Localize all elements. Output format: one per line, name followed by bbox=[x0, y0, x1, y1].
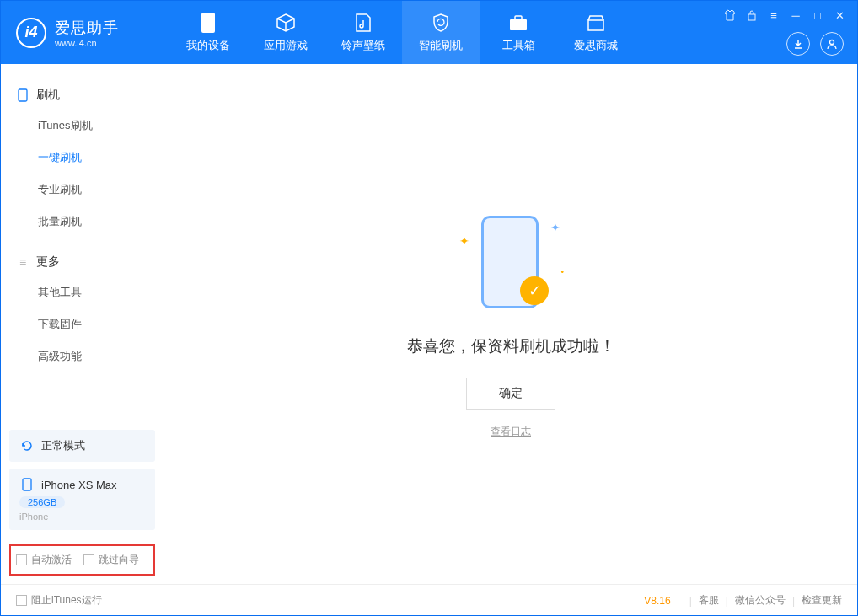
device-storage-badge: 256GB bbox=[19, 496, 65, 508]
shirt-icon[interactable] bbox=[722, 8, 737, 23]
mode-label: 正常模式 bbox=[41, 438, 85, 453]
sidebar-item-itunes-flash[interactable]: iTunes刷机 bbox=[16, 110, 148, 142]
lock-icon[interactable] bbox=[744, 8, 759, 23]
phone-icon bbox=[16, 88, 29, 102]
tab-toolbox[interactable]: 工具箱 bbox=[480, 1, 557, 64]
success-message: 恭喜您，保资料刷机成功啦！ bbox=[407, 335, 615, 357]
device-name: iPhone XS Max bbox=[41, 479, 117, 491]
sidebar-group-title: 刷机 bbox=[36, 88, 60, 103]
svg-rect-7 bbox=[23, 479, 31, 490]
tab-label: 爱思商城 bbox=[574, 38, 618, 53]
svg-rect-4 bbox=[748, 14, 755, 20]
tab-my-device[interactable]: 我的设备 bbox=[169, 1, 247, 64]
sidebar-item-pro-flash[interactable]: 专业刷机 bbox=[16, 174, 148, 206]
sidebar-item-advanced[interactable]: 高级功能 bbox=[16, 340, 148, 372]
checkbox-block-itunes[interactable]: 阻止iTunes运行 bbox=[16, 593, 102, 608]
sidebar-group-more: ≡ 更多 bbox=[16, 254, 148, 270]
cube-icon bbox=[275, 12, 297, 34]
checkbox-label: 跳过向导 bbox=[99, 553, 139, 567]
sidebar-item-download-firmware[interactable]: 下载固件 bbox=[16, 308, 148, 340]
checkbox-auto-activate[interactable]: 自动激活 bbox=[16, 553, 72, 567]
device-card[interactable]: iPhone XS Max 256GB iPhone bbox=[9, 469, 155, 530]
refresh-icon bbox=[19, 438, 35, 453]
sidebar: 刷机 iTunes刷机 一键刷机 专业刷机 批量刷机 ≡ 更多 其他工具 下载固… bbox=[1, 64, 164, 584]
statusbar: 阻止iTunes运行 V8.16 | 客服 | 微信公众号 | 检查更新 bbox=[1, 584, 857, 616]
app-name: 爱思助手 bbox=[55, 18, 119, 38]
close-button[interactable]: ✕ bbox=[832, 8, 847, 23]
svg-rect-0 bbox=[201, 13, 215, 33]
checkbox-icon bbox=[16, 595, 27, 606]
checkbox-label: 阻止iTunes运行 bbox=[31, 593, 102, 608]
download-button[interactable] bbox=[786, 32, 810, 56]
sidebar-item-batch-flash[interactable]: 批量刷机 bbox=[16, 206, 148, 238]
tab-label: 应用游戏 bbox=[264, 38, 308, 53]
app-logo-icon: i4 bbox=[16, 18, 46, 48]
toolbox-icon bbox=[507, 12, 529, 34]
list-icon: ≡ bbox=[16, 255, 29, 269]
store-icon bbox=[585, 12, 607, 34]
logo-area: i4 爱思助手 www.i4.cn bbox=[1, 18, 169, 48]
svg-rect-6 bbox=[19, 89, 27, 101]
tab-ringtones-wallpapers[interactable]: 铃声壁纸 bbox=[324, 1, 402, 64]
footer-link-update[interactable]: 检查更新 bbox=[802, 593, 842, 608]
sidebar-item-other-tools[interactable]: 其他工具 bbox=[16, 276, 148, 308]
sidebar-group-flash: 刷机 bbox=[16, 88, 148, 103]
phone-icon bbox=[19, 477, 35, 492]
svg-rect-3 bbox=[588, 20, 603, 30]
sidebar-group-title: 更多 bbox=[36, 254, 60, 270]
music-file-icon bbox=[352, 12, 374, 34]
footer-link-wechat[interactable]: 微信公众号 bbox=[735, 593, 786, 608]
svg-rect-2 bbox=[515, 16, 522, 19]
titlebar: i4 爱思助手 www.i4.cn 我的设备 应用游戏 铃声壁纸 智能刷机 工具… bbox=[1, 1, 857, 64]
footer-link-support[interactable]: 客服 bbox=[699, 593, 719, 608]
maximize-button[interactable]: □ bbox=[810, 8, 825, 23]
ok-button[interactable]: 确定 bbox=[466, 378, 555, 410]
header-actions bbox=[786, 32, 844, 56]
svg-point-5 bbox=[830, 40, 834, 45]
main-tabs: 我的设备 应用游戏 铃声壁纸 智能刷机 工具箱 爱思商城 bbox=[169, 1, 635, 64]
window-controls: ≡ ─ □ ✕ bbox=[722, 8, 847, 23]
tab-store[interactable]: 爱思商城 bbox=[557, 1, 635, 64]
check-icon: ✓ bbox=[520, 276, 549, 305]
checkbox-icon bbox=[16, 554, 27, 565]
checkbox-label: 自动激活 bbox=[31, 553, 72, 567]
minimize-button[interactable]: ─ bbox=[788, 8, 803, 23]
device-type: iPhone bbox=[19, 512, 145, 522]
shield-refresh-icon bbox=[430, 12, 452, 34]
view-log-link[interactable]: 查看日志 bbox=[491, 425, 531, 439]
tab-apps-games[interactable]: 应用游戏 bbox=[247, 1, 324, 64]
menu-icon[interactable]: ≡ bbox=[766, 8, 781, 23]
checkbox-icon bbox=[83, 554, 94, 565]
tab-label: 工具箱 bbox=[502, 38, 535, 53]
tab-label: 智能刷机 bbox=[419, 38, 463, 53]
mode-card[interactable]: 正常模式 bbox=[9, 430, 155, 462]
main-content: ✦ ✦ • ✓ 恭喜您，保资料刷机成功啦！ 确定 查看日志 bbox=[164, 64, 857, 584]
tab-label: 我的设备 bbox=[186, 38, 230, 53]
tab-smart-flash[interactable]: 智能刷机 bbox=[402, 1, 480, 64]
device-icon bbox=[197, 12, 219, 34]
sidebar-item-oneclick-flash[interactable]: 一键刷机 bbox=[16, 142, 148, 174]
tab-label: 铃声壁纸 bbox=[341, 38, 385, 53]
flash-options-highlight: 自动激活 跳过向导 bbox=[9, 544, 155, 576]
checkbox-skip-guide[interactable]: 跳过向导 bbox=[83, 553, 139, 567]
success-illustration: ✦ ✦ • ✓ bbox=[456, 209, 566, 319]
svg-rect-1 bbox=[510, 19, 527, 30]
app-url: www.i4.cn bbox=[55, 38, 119, 48]
version-label: V8.16 bbox=[644, 595, 670, 607]
user-button[interactable] bbox=[820, 32, 844, 56]
